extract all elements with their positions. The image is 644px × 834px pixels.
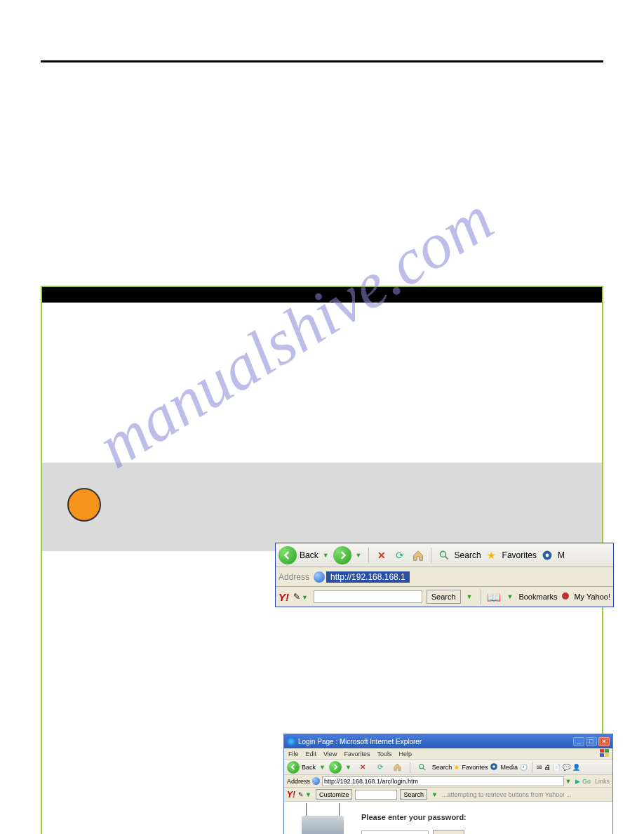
history-icon[interactable]: 🕘 [520,764,528,771]
globe-icon [314,571,325,583]
horizontal-rule-top [41,60,603,62]
yahoo-search-button[interactable]: Search [400,789,427,800]
yahoo-logo-icon[interactable]: Y! [279,591,289,603]
address-url[interactable]: http://192.168.168.1 [326,571,410,583]
links-label[interactable]: Links [595,778,610,785]
router-image [284,813,361,834]
home-icon[interactable] [390,760,405,775]
back-button[interactable] [279,546,297,564]
address-bar: Address http://192.168.168.1 [276,567,613,587]
forward-button[interactable] [333,546,351,564]
messenger-icon[interactable]: 👤 [572,764,580,771]
edit-icon[interactable]: 📄 [553,764,561,771]
close-button[interactable]: × [598,737,610,746]
yahoo-status-text: ...attempting to retrieve buttons from Y… [442,791,572,798]
toolbar-separator [410,762,410,773]
media-icon[interactable] [490,762,498,772]
search-icon[interactable] [415,760,430,775]
menu-bar: File Edit View Favorites Tools Help [284,748,612,760]
address-label: Address [287,778,310,785]
refresh-icon[interactable]: ⟳ [392,548,408,563]
menu-view[interactable]: View [323,750,337,757]
svg-rect-7 [600,753,604,757]
yahoo-search-input[interactable] [314,590,422,603]
mini-yahoo-toolbar: Y! ✎▼ Customize Search ▼ ...attempting t… [284,788,612,802]
go-button[interactable]: ▶ Go [575,778,591,785]
media-icon[interactable] [539,548,555,563]
menu-favorites[interactable]: Favorites [344,750,370,757]
ie-icon [287,737,295,746]
menu-tools[interactable]: Tools [377,750,391,757]
back-dropdown-icon[interactable]: ▼ [318,764,327,771]
bookmarks-dropdown-icon[interactable]: ▼ [505,593,514,600]
search-label[interactable]: Search [432,764,452,771]
password-input[interactable]: • • • • • • • • [361,830,429,835]
refresh-icon[interactable]: ⟳ [373,760,388,775]
forward-dropdown-icon[interactable]: ▼ [354,552,363,559]
toolbar-separator [368,548,369,563]
yahoo-toolbar: Y! ✎▼ Search ▼ 📖 ▼ Bookmarks My Yahoo! [276,587,613,607]
address-dropdown-icon[interactable]: ▼ [564,778,573,785]
bookmarks-icon[interactable]: 📖 [487,590,501,604]
stop-icon[interactable]: ✕ [355,760,370,775]
maximize-button[interactable]: □ [586,737,597,746]
address-input[interactable]: http://192.168.168.1/arc/login.htm [322,776,564,786]
svg-rect-6 [605,749,609,753]
login-heading: Please enter your password: [361,813,612,821]
forward-dropdown-icon[interactable]: ▼ [344,764,353,771]
menu-help[interactable]: Help [398,750,412,757]
svg-point-12 [493,765,496,768]
stop-icon[interactable]: ✕ [374,548,389,563]
yahoo-search-input[interactable] [355,790,397,800]
toolbar-separator [532,762,532,773]
antenna-icon [306,803,307,816]
instruction-panel: Back ▼ ▼ ✕ ⟳ Search ★ Favorites M [41,286,603,834]
step-marker-icon [67,488,101,522]
pencil-icon[interactable]: ✎▼ [298,791,313,798]
login-button[interactable]: LOGIN! [433,830,464,834]
favorites-icon[interactable]: ★ [454,764,459,771]
media-label: M [558,550,565,560]
menu-edit[interactable]: Edit [306,750,317,757]
favorites-label[interactable]: Favorites [502,550,537,560]
yahoo-logo-icon[interactable]: Y! [287,790,295,800]
search-label[interactable]: Search [455,550,481,560]
print-icon[interactable]: 🖨 [544,764,551,771]
my-yahoo-label[interactable]: My Yahoo! [574,593,610,601]
svg-line-10 [423,768,425,770]
back-label: Back [302,764,316,771]
discuss-icon[interactable]: 💬 [563,764,570,771]
mail-icon[interactable]: ✉ [537,764,542,771]
login-page-content: Please enter your password: • • • • • • … [284,802,612,834]
back-dropdown-icon[interactable]: ▼ [321,552,330,559]
favorites-label[interactable]: Favorites [462,764,488,771]
menu-file[interactable]: File [288,750,299,757]
svg-rect-8 [605,753,609,757]
gray-band [42,463,602,551]
globe-icon [312,777,320,785]
bookmarks-label[interactable]: Bookmarks [518,593,557,601]
my-yahoo-icon[interactable] [561,590,570,603]
mini-address-bar: Address http://192.168.168.1/arc/login.h… [284,775,612,788]
favorites-icon[interactable]: ★ [484,548,499,563]
customize-button[interactable]: Customize [316,789,353,800]
mini-nav-toolbar: Back ▼ ▼ ✕ ⟳ Search ★ Favorites Media 🕘 [284,760,612,775]
svg-point-3 [546,553,549,557]
search-icon[interactable] [436,548,452,563]
yahoo-search-button[interactable]: Search [427,590,461,604]
home-icon[interactable] [410,548,426,563]
toolbar-separator [480,589,481,604]
media-label[interactable]: Media [500,764,518,771]
minimize-button[interactable]: _ [573,737,584,746]
search-dropdown-icon[interactable]: ▼ [430,791,439,798]
antenna-icon [339,803,340,816]
window-title-bar: Login Page : Microsoft Internet Explorer… [284,734,612,748]
window-title: Login Page : Microsoft Internet Explorer [298,738,422,746]
browser-toolbar-snippet: Back ▼ ▼ ✕ ⟳ Search ★ Favorites M [275,543,614,607]
forward-button[interactable] [329,761,342,774]
pencil-icon[interactable]: ✎▼ [293,592,309,602]
back-button[interactable] [287,761,300,774]
svg-line-1 [445,556,448,559]
search-dropdown-icon[interactable]: ▼ [465,593,474,600]
toolbar-separator [431,548,431,563]
